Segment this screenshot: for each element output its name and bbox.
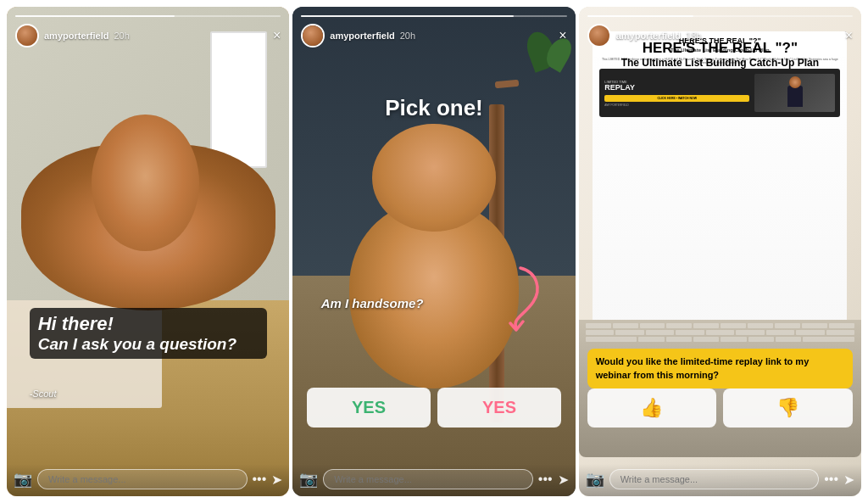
story3-laptop-screen: HERE'S THE REAL "?" The Ultimate List Bu… <box>593 31 847 335</box>
keyboard-keys <box>579 320 861 345</box>
story1-username: amyporterfield <box>44 31 108 41</box>
story2-time: 20h <box>400 31 415 41</box>
story1-send-icon[interactable]: ➤ <box>271 472 282 488</box>
story1-line1: Hi there! <box>38 313 259 335</box>
amy-head <box>789 76 801 88</box>
story2-arrow <box>495 264 542 335</box>
story3-header: amyporterfield 18h × <box>579 7 861 53</box>
story2-header: amyporterfield 20h × <box>292 7 575 53</box>
story2-yes-buttons: YES YES <box>307 388 561 428</box>
story3-thumbs-up-btn[interactable]: 👍 <box>587 388 717 428</box>
story1-scout-label: -Scout <box>30 388 57 399</box>
key-row-3 <box>586 337 854 342</box>
dog1-head <box>92 115 199 252</box>
story3-avatar-img <box>589 25 609 46</box>
story3-camera-icon[interactable]: 📷 <box>586 470 604 489</box>
story3-more-icon[interactable]: ••• <box>824 472 838 487</box>
story2-close-button[interactable]: × <box>559 29 566 42</box>
story2-caption: Am I handsome? <box>321 296 424 310</box>
story3-bottom-bar: 📷 ••• ➤ <box>579 464 861 496</box>
key-wide <box>803 337 854 342</box>
key <box>676 330 704 335</box>
story3-question-text: Would you like the limited-time replay l… <box>596 356 810 379</box>
story3-thumbs-row: 👍 👎 <box>587 388 853 428</box>
story2-send-icon[interactable]: ➤ <box>558 472 569 488</box>
story3-screen-content: HERE'S THE REAL "?" The Ultimate List Bu… <box>593 31 847 335</box>
story3-username: amyporterfield <box>616 31 681 41</box>
key <box>666 337 692 342</box>
story-1: amyporterfield 20h × Hi there! Can I ask… <box>7 7 289 496</box>
story2-yes-btn-2[interactable]: YES <box>437 388 561 428</box>
story3-time: 18h <box>686 31 701 41</box>
key <box>829 323 854 328</box>
key <box>613 323 638 328</box>
story2-progress-fill <box>301 15 514 17</box>
story1-user-row: amyporterfield 20h × <box>15 24 281 48</box>
story3-close-button[interactable]: × <box>845 29 853 42</box>
story1-header: amyporterfield 20h × <box>7 7 289 53</box>
story3-send-icon[interactable]: ➤ <box>843 472 854 488</box>
story2-yes-btn-1[interactable]: YES <box>307 388 431 428</box>
key-row-2 <box>586 330 854 335</box>
story1-progress-fill <box>15 15 175 17</box>
story3-thumbs-down-btn[interactable]: 👎 <box>723 388 853 428</box>
story1-progress-bar <box>15 15 281 17</box>
key <box>693 323 719 328</box>
key <box>721 337 746 342</box>
key <box>826 330 854 335</box>
story2-more-icon[interactable]: ••• <box>538 472 553 487</box>
story-2: amyporterfield 20h × Pick one! Am I hand… <box>292 7 575 496</box>
key <box>646 330 674 335</box>
story2-headline: Pick one! <box>292 95 575 121</box>
story3-sub-text: The Ultimate List Building Catch-Up Plan <box>587 57 853 69</box>
story3-question-banner: Would you like the limited-time replay l… <box>587 349 853 388</box>
key <box>748 337 774 342</box>
story3-user-row: amyporterfield 18h × <box>587 24 853 48</box>
story3-avatar[interactable] <box>587 24 611 48</box>
story3-progress-bar <box>587 15 853 17</box>
key <box>586 330 614 335</box>
story1-text-overlay: Hi there! Can I ask you a question? <box>30 308 267 359</box>
story1-line2: Can I ask you a question? <box>38 335 259 354</box>
story3-replay-banner: LIMITED TIME REPLAY CLICK HERE • WATCH N… <box>599 69 840 117</box>
key <box>693 337 719 342</box>
story1-text-box: Hi there! Can I ask you a question? <box>30 308 267 359</box>
key <box>736 330 764 335</box>
story2-bottom-bar: 📷 ••• ➤ <box>292 464 575 496</box>
story3-replay-image <box>754 74 835 112</box>
key <box>775 323 800 328</box>
key <box>766 330 794 335</box>
story1-time: 20h <box>114 31 129 41</box>
key <box>640 323 665 328</box>
story3-replay-title: REPLAY <box>604 84 749 92</box>
story2-progress-bar <box>301 15 566 17</box>
story1-more-icon[interactable]: ••• <box>253 472 267 487</box>
story3-progress-fill <box>587 15 693 17</box>
amy-body <box>787 86 803 107</box>
key <box>748 323 773 328</box>
story1-avatar-img <box>17 25 37 46</box>
story2-camera-icon[interactable]: 📷 <box>299 470 318 489</box>
story2-username: amyporterfield <box>330 31 394 41</box>
key <box>586 323 611 328</box>
story2-dog-head <box>372 124 497 232</box>
story3-replay-left: LIMITED TIME REPLAY CLICK HERE • WATCH N… <box>604 80 749 107</box>
story1-close-button[interactable]: × <box>273 29 281 42</box>
story2-avatar-img <box>303 25 323 46</box>
story1-message-input[interactable] <box>37 469 248 489</box>
story1-bottom-bar: 📷 ••• ➤ <box>7 464 289 496</box>
key-row-1 <box>586 323 854 328</box>
key <box>802 323 827 328</box>
story2-user-row: amyporterfield 20h × <box>301 24 566 48</box>
story1-avatar[interactable] <box>15 24 39 48</box>
story3-replay-btn[interactable]: CLICK HERE • WATCH NOW <box>604 95 749 102</box>
key <box>706 330 734 335</box>
story2-avatar[interactable] <box>301 24 325 48</box>
story2-message-input[interactable] <box>323 469 533 489</box>
story3-message-input[interactable] <box>609 469 820 489</box>
key-wide <box>586 337 637 342</box>
key <box>721 323 746 328</box>
story-3: HERE'S THE REAL "?" The Ultimate List Bu… <box>579 7 861 496</box>
story3-author-small: AMY PORTERFIELD <box>604 103 749 107</box>
story1-camera-icon[interactable]: 📷 <box>14 470 32 489</box>
